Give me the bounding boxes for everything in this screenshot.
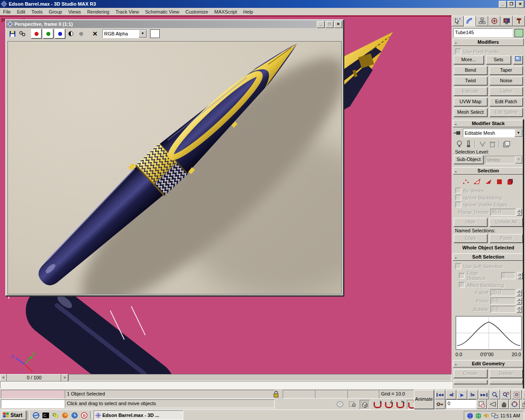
zoom-extents-icon[interactable] [511, 390, 522, 399]
y-coordinate-field[interactable] [315, 390, 348, 399]
quicklaunch-gears-icon[interactable] [51, 411, 59, 419]
uvw-map-modifier-button[interactable]: UVW Map [454, 98, 487, 106]
tab-create[interactable] [452, 16, 464, 26]
modifiers-rollout-header[interactable]: - Modifiers [453, 38, 524, 46]
minimize-button[interactable]: _ [499, 1, 507, 8]
close-button[interactable]: ✕ [516, 1, 524, 8]
chevron-down-icon[interactable]: ▼ [139, 30, 147, 38]
chevron-down-icon[interactable]: ▼ [514, 129, 522, 137]
clone-rendered-frame-icon[interactable] [18, 30, 27, 38]
green-channel-button[interactable] [43, 29, 53, 38]
quicklaunch-ie-icon[interactable] [32, 411, 40, 419]
element-mode-icon[interactable] [507, 178, 514, 185]
pin-stack-icon[interactable] [454, 130, 462, 136]
degradation-override-icon[interactable] [335, 400, 345, 409]
start-button[interactable]: Start [1, 410, 26, 420]
tab-display[interactable] [500, 16, 513, 26]
render-minimize-button[interactable]: _ [317, 21, 325, 28]
menu-edit[interactable]: Edit [14, 9, 28, 15]
mesh-select-modifier-button[interactable]: Mesh Select [454, 108, 487, 117]
percent-snap-icon[interactable]: % [396, 400, 404, 409]
zoom-all-icon[interactable] [500, 390, 511, 399]
soft-selection-rollout-header[interactable]: - Soft Selection [453, 253, 524, 261]
tray-volume-icon[interactable] [483, 413, 490, 419]
red-channel-button[interactable] [31, 29, 42, 38]
time-configuration-icon[interactable] [476, 399, 487, 409]
monochrome-button[interactable] [66, 30, 75, 38]
render-window-titlebar[interactable]: Perspective, frame 0 (1:1) _ □ ✕ [6, 20, 343, 28]
show-end-result-icon[interactable] [466, 140, 471, 147]
quicklaunch-firefox-icon[interactable] [61, 411, 69, 419]
clear-button[interactable]: ✕ [91, 30, 99, 38]
key-mode-toggle-icon[interactable] [435, 399, 445, 409]
more-modifiers-button[interactable]: More... [454, 56, 484, 64]
modifier-stack-rollout-header[interactable]: - Modifier Stack [453, 120, 524, 127]
task-button-max[interactable]: Edson Barrel.max - 3D ... [94, 410, 183, 420]
selection-lock-icon[interactable] [273, 391, 279, 399]
go-to-start-button[interactable]: ◀◀ [435, 390, 445, 399]
active-toggle-lightbulb-icon[interactable] [456, 140, 462, 147]
quicklaunch-b-icon[interactable]: B [80, 411, 88, 419]
ignore-backfacing-checkbox[interactable]: Ignore Backfacing [455, 195, 523, 200]
play-button[interactable]: ▶ [457, 390, 467, 399]
vertex-mode-icon[interactable] [462, 178, 469, 185]
configure-button-sets-icon[interactable] [513, 56, 523, 64]
edit-stack-icon[interactable] [503, 141, 510, 147]
tray-globe-icon[interactable] [475, 413, 482, 419]
tab-modify[interactable] [464, 16, 476, 26]
taper-modifier-button[interactable]: Taper [490, 66, 523, 75]
tab-motion[interactable] [488, 16, 500, 26]
maxscript-mini-listener-pink[interactable] [1, 390, 66, 399]
render-close-button[interactable]: ✕ [334, 21, 342, 28]
modifier-stack-dropdown[interactable]: Editable Mesh ▼ [463, 129, 523, 137]
restore-button[interactable]: ❐ [508, 1, 515, 8]
zoom-icon[interactable] [490, 390, 500, 399]
x-coordinate-field[interactable] [283, 390, 316, 399]
menu-customize[interactable]: Customize [182, 9, 211, 15]
time-slider-track[interactable] [68, 374, 452, 381]
edit-geometry-rollout-header[interactable]: - Edit Geometry [453, 360, 524, 368]
menu-schematic-view[interactable]: Schematic View [142, 9, 182, 15]
bend-modifier-button[interactable]: Bend [454, 66, 487, 75]
menu-views[interactable]: Views [65, 9, 84, 15]
selection-rollout-header[interactable]: - Selection [453, 167, 524, 175]
quicklaunch-clock-icon[interactable] [70, 411, 78, 419]
menu-maxscript[interactable]: MAXScript [211, 9, 240, 15]
app-titlebar[interactable]: Edson Barrel.max - 3D Studio MAX R3 _ ❐ … [0, 0, 525, 8]
background-color-swatch[interactable] [150, 29, 160, 38]
field-of-view-icon[interactable] [487, 399, 498, 409]
tab-hierarchy[interactable] [476, 16, 488, 26]
object-name-field[interactable]: Tube145 [453, 28, 513, 37]
angle-snap-icon[interactable]: ∠ [384, 400, 393, 409]
affect-backfacing-checkbox[interactable]: ✓ Affect Backfacing [459, 282, 523, 288]
sub-object-button[interactable]: Sub-Object [454, 155, 483, 164]
object-color-swatch[interactable] [514, 29, 523, 37]
tray-sphere-icon[interactable] [467, 413, 473, 419]
twist-modifier-button[interactable]: Twist [454, 77, 487, 85]
quicklaunch-console-icon[interactable]: C: [42, 411, 49, 419]
panel-scrollbar[interactable] [523, 119, 524, 388]
by-vertex-checkbox[interactable]: By Vertex [455, 188, 523, 193]
menu-tools[interactable]: Tools [28, 9, 46, 15]
next-frame-button[interactable]: ▶ [468, 390, 478, 399]
crossing-selection-icon[interactable] [347, 400, 357, 409]
menu-help[interactable]: Help [240, 9, 256, 15]
sets-button[interactable]: Sets [486, 56, 511, 64]
render-maximize-button[interactable]: □ [326, 21, 333, 28]
face-mode-icon[interactable] [485, 178, 492, 185]
edge-mode-icon[interactable] [474, 178, 481, 185]
channel-display-dropdown[interactable]: RGB Alpha ▼ [102, 29, 147, 38]
previous-frame-button[interactable]: ◀ [446, 390, 456, 399]
noise-modifier-button[interactable]: Noise [490, 77, 523, 85]
menu-group[interactable]: Group [46, 9, 65, 15]
maxscript-mini-listener-white[interactable] [1, 399, 66, 408]
zoom-extents-all-icon[interactable] [522, 390, 525, 399]
use-soft-selection-checkbox[interactable]: Use Soft Selection [455, 263, 523, 269]
save-bitmap-icon[interactable] [8, 30, 17, 38]
go-to-end-button[interactable]: ▶▶ [479, 390, 489, 399]
min-max-toggle-icon[interactable] [520, 399, 525, 409]
blue-channel-button[interactable] [55, 29, 65, 38]
animate-button[interactable]: Animate [414, 390, 434, 409]
menu-track-view[interactable]: Track View [112, 9, 142, 15]
pan-hand-icon[interactable] [498, 399, 509, 409]
